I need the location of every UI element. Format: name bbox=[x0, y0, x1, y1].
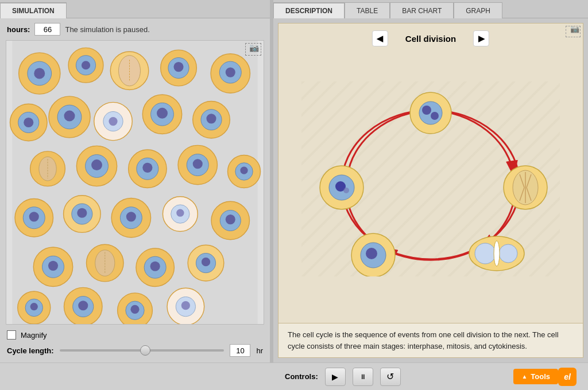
svg-point-51 bbox=[77, 208, 87, 218]
svg-point-112 bbox=[343, 188, 349, 193]
svg-point-3 bbox=[34, 68, 45, 79]
cycle-slider-track[interactable] bbox=[60, 349, 225, 352]
cycle-slider-thumb[interactable] bbox=[140, 345, 150, 356]
svg-point-78 bbox=[78, 301, 88, 310]
svg-point-30 bbox=[206, 114, 216, 123]
simulation-canvas: 📷 bbox=[6, 40, 264, 325]
svg-point-39 bbox=[142, 163, 152, 173]
svg-point-69 bbox=[150, 262, 160, 271]
svg-point-92 bbox=[422, 106, 431, 115]
play-icon: ▶ bbox=[332, 372, 338, 381]
svg-point-84 bbox=[181, 301, 190, 310]
el-logo-text: el bbox=[564, 372, 571, 381]
svg-point-54 bbox=[126, 212, 136, 221]
svg-point-12 bbox=[173, 62, 183, 72]
svg-point-48 bbox=[29, 212, 39, 221]
el-logo: el bbox=[558, 368, 577, 386]
svg-point-27 bbox=[157, 108, 168, 119]
svg-point-36 bbox=[91, 159, 102, 170]
tools-button[interactable]: ▲ Tools bbox=[513, 369, 558, 384]
cycle-unit-label: hr bbox=[256, 346, 263, 355]
cell-cycle-diagram: ◀ Cell division ▶ bbox=[278, 24, 583, 323]
description-box: 📷 ◀ Cell division ▶ bbox=[278, 23, 583, 358]
hours-input[interactable] bbox=[34, 23, 60, 36]
cycle-value-display: 10 bbox=[230, 344, 250, 357]
tab-bar-chart[interactable]: BAR CHART bbox=[390, 2, 454, 18]
controls-label: Controls: bbox=[285, 372, 318, 381]
svg-point-75 bbox=[30, 303, 38, 310]
tools-label: Tools bbox=[531, 372, 550, 381]
diagram-prev-button[interactable]: ◀ bbox=[372, 30, 388, 46]
hours-label: hours: bbox=[7, 25, 30, 34]
svg-point-105 bbox=[494, 241, 500, 266]
cells-svg bbox=[6, 41, 264, 324]
tab-description[interactable]: DESCRIPTION bbox=[273, 2, 345, 18]
tools-arrow-icon: ▲ bbox=[521, 373, 527, 380]
svg-point-57 bbox=[176, 209, 184, 217]
svg-point-63 bbox=[48, 261, 58, 271]
svg-point-45 bbox=[240, 166, 247, 174]
paused-status: The simulation is paused. bbox=[65, 25, 149, 34]
tab-graph[interactable]: GRAPH bbox=[454, 2, 502, 18]
diagram-next-button[interactable]: ▶ bbox=[473, 30, 489, 46]
pause-button[interactable]: ⏸ bbox=[353, 368, 373, 386]
description-body: The cell cycle is the sequence of events… bbox=[288, 330, 559, 350]
svg-point-93 bbox=[431, 112, 439, 120]
svg-point-103 bbox=[475, 243, 496, 264]
reset-button[interactable]: ↺ bbox=[380, 368, 401, 386]
svg-point-21 bbox=[64, 111, 75, 122]
svg-point-104 bbox=[499, 244, 517, 263]
cycle-length-label: Cycle length: bbox=[7, 346, 54, 355]
magnify-label: Magnify bbox=[21, 331, 47, 340]
pause-icon: ⏸ bbox=[359, 373, 366, 381]
bottom-bar: Controls: ▶ ⏸ ↺ ▲ Tools el bbox=[0, 362, 588, 390]
svg-point-91 bbox=[419, 102, 442, 124]
svg-point-6 bbox=[82, 61, 90, 69]
description-text: The cell cycle is the sequence of events… bbox=[278, 323, 583, 357]
bottom-right-controls: Controls: ▶ ⏸ ↺ ▲ Tools el bbox=[273, 368, 588, 386]
magnify-checkbox[interactable] bbox=[7, 330, 16, 340]
cell-cycle-svg bbox=[301, 81, 560, 276]
right-tab-bar: DESCRIPTION TABLE BAR CHART GRAPH bbox=[273, 0, 588, 18]
svg-point-15 bbox=[226, 68, 235, 77]
tab-table[interactable]: TABLE bbox=[345, 2, 390, 18]
diagram-header: ◀ Cell division ▶ bbox=[372, 30, 489, 46]
svg-point-18 bbox=[24, 118, 33, 127]
sim-controls-bar: hours: The simulation is paused. bbox=[0, 18, 270, 40]
play-button[interactable]: ▶ bbox=[325, 368, 346, 386]
left-bottom-controls: Magnify Cycle length: 10 hr bbox=[0, 325, 270, 362]
svg-point-42 bbox=[193, 159, 203, 169]
svg-point-24 bbox=[109, 117, 117, 126]
camera-icon: 📷 bbox=[249, 43, 259, 52]
diagram-title-text: Cell division bbox=[405, 34, 456, 44]
svg-point-108 bbox=[366, 248, 377, 259]
svg-point-81 bbox=[130, 305, 139, 314]
tab-simulation[interactable]: SIMULATION bbox=[0, 2, 67, 18]
reset-icon: ↺ bbox=[386, 371, 394, 382]
svg-point-72 bbox=[202, 258, 210, 266]
svg-point-60 bbox=[226, 214, 235, 224]
right-content-area: 📷 ◀ Cell division ▶ bbox=[273, 18, 588, 362]
